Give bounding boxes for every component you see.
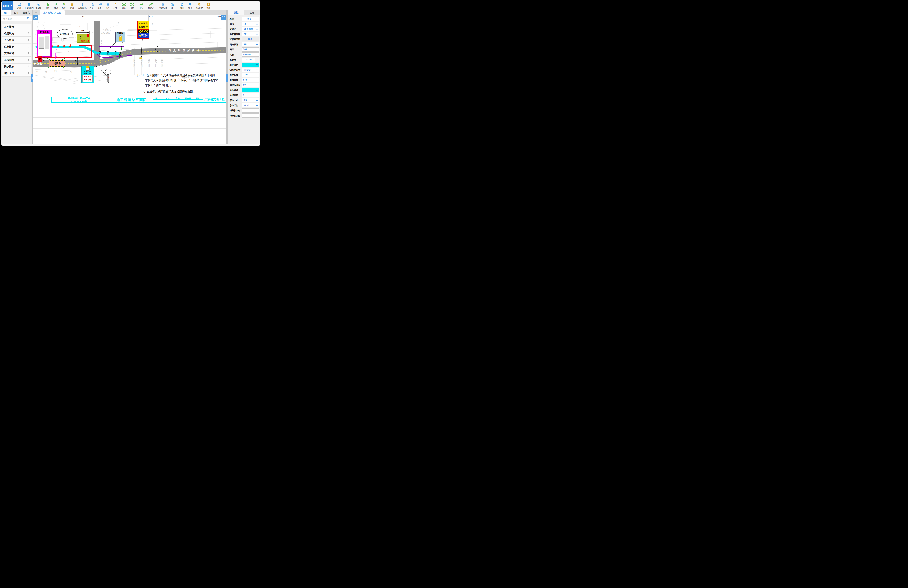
scale-button[interactable]: 1:1 比例尺 bbox=[16, 2, 24, 10]
erase-point-input[interactable]: 113.81447 bbox=[241, 58, 255, 62]
add-tab-button[interactable]: + bbox=[35, 10, 37, 14]
build-steps-button[interactable]: 拆建步骤 bbox=[158, 2, 168, 10]
collapse-tabs-icon[interactable]: » bbox=[219, 11, 220, 14]
sidebar-item-pedestrian-passage[interactable]: 人行通道 bbox=[2, 37, 31, 43]
ruler-icon bbox=[114, 2, 118, 6]
locked-select[interactable]: 否 bbox=[241, 22, 259, 26]
undo-button[interactable]: ↺ 撤销 bbox=[52, 2, 60, 10]
bind-button[interactable]: 绑定 bbox=[138, 2, 146, 10]
collapse-right-panel-handle[interactable] bbox=[227, 74, 228, 82]
unbind-button[interactable]: 解绑定 bbox=[146, 2, 156, 10]
search-box bbox=[2, 16, 32, 21]
save-button[interactable]: 保存 bbox=[44, 2, 52, 10]
bg-text-bridge-end: 桥梁终点 bbox=[105, 29, 111, 31]
fire-extinguisher-icon bbox=[87, 34, 89, 37]
bg-station-label: CK0+160 bbox=[133, 59, 135, 67]
site-safety-sign[interactable]: 进入施工现场 必须戴安全帽 施工重地 闲人免进 bbox=[81, 66, 94, 83]
sidebar-item-protection-facilities[interactable]: 防护设施 bbox=[2, 63, 31, 70]
chevron-right-icon bbox=[27, 32, 29, 34]
fill-color-select[interactable] bbox=[241, 63, 259, 67]
font-family-select[interactable]: Arial bbox=[241, 103, 259, 108]
triangle-right-icon bbox=[227, 77, 228, 79]
tab-site-plan[interactable]: 施工现场总平面图 bbox=[40, 10, 64, 15]
undo-icon: ↺ bbox=[55, 2, 57, 6]
prop-row-name: 名称 背景 bbox=[228, 16, 260, 21]
scatter-icon bbox=[106, 2, 110, 6]
name-input[interactable]: 背景 bbox=[241, 17, 259, 21]
transformer-station-box[interactable]: 3#变压器 bbox=[37, 30, 52, 56]
broken-link-icon bbox=[149, 2, 153, 6]
chevron-down-icon bbox=[256, 43, 258, 45]
tab-layers[interactable]: 图层 bbox=[244, 10, 260, 15]
tab-properties[interactable]: 属性 bbox=[228, 10, 244, 15]
tab-custom[interactable]: 自定义 bbox=[21, 10, 32, 15]
preview-icon bbox=[180, 2, 184, 6]
rebar-yard-box[interactable]: 钢筋加工场 bbox=[77, 34, 90, 43]
tab-icons[interactable]: 图标 bbox=[11, 10, 21, 15]
fit-background-select[interactable]: 否 bbox=[241, 32, 259, 36]
search-icon[interactable] bbox=[27, 17, 30, 21]
steel-bridge-box[interactable]: 钢便桥 bbox=[49, 59, 65, 67]
sidebar-item-support-facilities[interactable]: 支撑设施 bbox=[2, 50, 31, 56]
blue-distance-sign: 前方施工1km bbox=[138, 34, 149, 38]
scale-input[interactable]: 99.98% bbox=[241, 53, 259, 56]
border-length-input[interactable]: 1734 bbox=[241, 73, 259, 77]
3d-button[interactable]: 3D bbox=[168, 2, 176, 10]
preview-button[interactable]: 预览 bbox=[178, 2, 186, 10]
star-icon bbox=[207, 2, 210, 6]
grid-snap-select[interactable]: 否 bbox=[241, 42, 259, 47]
export-image-button[interactable]: 导出图片 bbox=[194, 2, 204, 10]
toolbar-separator bbox=[157, 3, 157, 9]
prop-row-border-width: 边框宽度 1 bbox=[228, 93, 260, 98]
favorite-button[interactable]: 收藏 bbox=[204, 2, 213, 10]
tab-components[interactable]: 组件 bbox=[2, 10, 11, 15]
sidebar-item-temporary-power[interactable]: 临电设施 bbox=[2, 43, 31, 50]
site-plan-drawing[interactable]: K0+920 1+050~KJ+080 (酒桥) BK0+020 BK0+080… bbox=[33, 21, 226, 144]
anti-collision-sign[interactable]: 防撞墩 bbox=[116, 32, 125, 42]
group-button[interactable]: 组合 bbox=[120, 2, 128, 10]
background-manage-button[interactable]: 操作 bbox=[241, 37, 259, 42]
upload-background-button[interactable]: 上传背景图 bbox=[24, 2, 34, 10]
pipe-label-box[interactable]: 管 bbox=[38, 56, 42, 62]
info-height-input[interactable]: 50 bbox=[241, 83, 259, 87]
mirror-button[interactable]: 镜像▼ bbox=[96, 2, 104, 10]
redo-button[interactable]: ↻ 恢复 bbox=[60, 2, 68, 10]
background-image-select[interactable]: 昆太路施工 bbox=[241, 27, 259, 31]
construction-warning-sign[interactable]: 前方施工 减速慢行 前方施工1km bbox=[137, 21, 150, 39]
font-size-select[interactable]: 24 bbox=[241, 98, 259, 102]
properties-panel: 属性 图层 名称 背景 锁定 否 背景图 昆太路施工 适配背景图 否 背景图管理… bbox=[228, 10, 260, 144]
scatter-button[interactable]: 散列▼ bbox=[104, 2, 112, 10]
ungroup-button[interactable]: 分解 bbox=[128, 2, 136, 10]
prop-row-font-size: 字体大小 24 bbox=[228, 98, 260, 103]
eraser-icon bbox=[37, 2, 40, 6]
transformer-ellipse-label[interactable]: 3#变压器 bbox=[57, 29, 72, 39]
sidebar-item-construction-workers[interactable]: 施工人员 bbox=[2, 70, 31, 76]
paste-offset-button[interactable]: 粘贴偏移▼ bbox=[77, 2, 88, 10]
locate-origin-button[interactable] bbox=[33, 15, 38, 20]
chevron-right-icon bbox=[27, 52, 29, 54]
component-sidebar: 组件 图标 自定义 基本图形 临建设施 人行通道 临电设施 支撑设施 工程结构 … bbox=[2, 10, 32, 144]
print-button[interactable]: 打印 bbox=[186, 2, 194, 10]
x-guide-input[interactable] bbox=[241, 108, 259, 112]
clear-erase-point-button[interactable]: × bbox=[255, 58, 259, 62]
chevron-down-icon bbox=[256, 68, 258, 71]
search-input[interactable] bbox=[3, 16, 26, 21]
bg-station-text: BK0+080 bbox=[100, 40, 102, 47]
frame-size-select[interactable]: 自定义 bbox=[241, 68, 259, 72]
border-color-select[interactable] bbox=[241, 88, 259, 92]
sidebar-item-basic-shapes[interactable]: 基本图形 bbox=[2, 24, 31, 30]
border-height-input[interactable]: 573 bbox=[241, 78, 259, 82]
toolbar-separator bbox=[137, 3, 137, 9]
delete-button[interactable]: 删除 bbox=[68, 2, 76, 10]
layer-input[interactable]: 200 bbox=[241, 47, 259, 51]
sidebar-item-temporary-facilities[interactable]: 临建设施 bbox=[2, 30, 31, 37]
sidebar-item-engineering-structure[interactable]: 工程结构 bbox=[2, 57, 31, 63]
size-button[interactable]: 尺寸▼ bbox=[112, 2, 120, 10]
border-width-input[interactable]: 1 bbox=[241, 93, 259, 97]
file-menu-button[interactable]: 文件(F)▼ bbox=[2, 2, 13, 10]
align-button[interactable]: 对齐▼ bbox=[88, 2, 96, 10]
y-guide-input[interactable] bbox=[241, 113, 259, 117]
fit-view-button[interactable] bbox=[221, 15, 226, 20]
eraser-button[interactable]: 橡皮擦 bbox=[34, 2, 42, 10]
prop-row-layer: 图层 200 bbox=[228, 47, 260, 52]
